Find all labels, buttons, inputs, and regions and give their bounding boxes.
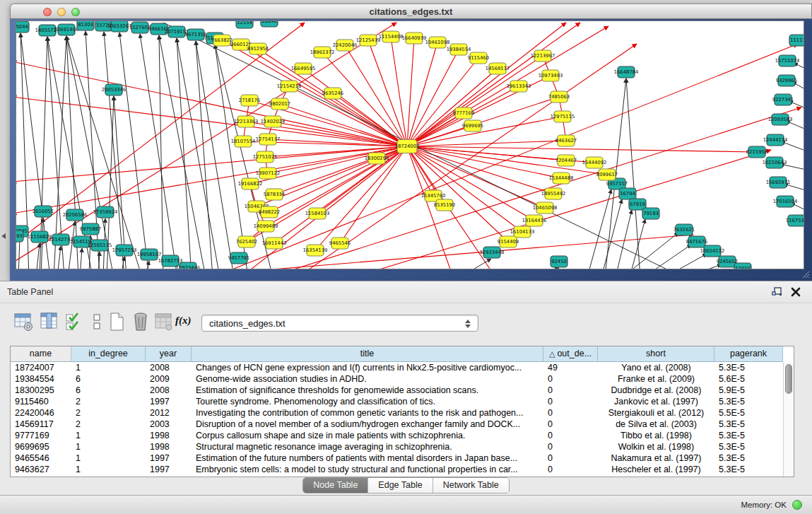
graph-node[interactable]: 12444134 xyxy=(763,134,788,146)
graph-node[interactable]: 9115460 xyxy=(468,52,489,64)
cell[interactable]: 2008 xyxy=(146,362,192,373)
cell[interactable]: Estimation of the future numbers of pati… xyxy=(192,452,543,464)
cell[interactable]: Changes of HCN gene expression and I(f) … xyxy=(192,362,543,373)
graph-node[interactable]: 15692971 xyxy=(766,177,791,188)
graph-node[interactable]: 12751021 xyxy=(253,151,278,163)
delete-icon[interactable] xyxy=(130,311,151,332)
citation-graph[interactable]: 8504414055724206914068130315723106532671… xyxy=(16,21,804,269)
graph-node[interactable]: 18724007 xyxy=(395,140,420,153)
apply-selected-icon[interactable] xyxy=(64,311,85,332)
cell[interactable]: 1998 xyxy=(146,430,192,441)
graph-node[interactable]: 20053346 xyxy=(102,84,126,95)
cell[interactable]: Nakamura et al. (1997) xyxy=(598,452,714,464)
graph-node[interactable]: 7632621 xyxy=(673,224,695,235)
graph-node[interactable]: 9227341 xyxy=(772,94,794,105)
graph-node[interactable]: 16649595 xyxy=(291,63,316,74)
graph-node[interactable]: 20206586 xyxy=(63,209,88,221)
tab-edge-table[interactable]: Edge Table xyxy=(368,478,433,493)
cell[interactable]: 5.3E-5 xyxy=(714,396,783,407)
graph-node[interactable]: 9671358 xyxy=(185,29,206,40)
graph-node[interactable]: 13907122 xyxy=(256,168,281,179)
cell[interactable]: Tibbo et al. (1998) xyxy=(598,430,714,441)
column-select-icon[interactable] xyxy=(38,311,59,332)
graph-node[interactable]: 16640939 xyxy=(402,33,427,44)
graph-node[interactable]: 8471676 xyxy=(686,236,707,247)
cell[interactable]: 1997 xyxy=(146,396,192,407)
cell[interactable]: 18300295 xyxy=(11,385,71,396)
graph-node[interactable]: 18107554 xyxy=(231,136,256,147)
cell[interactable]: Disruption of a novel member of a sodium… xyxy=(192,419,543,430)
column-header-in-degree[interactable]: in_degree xyxy=(71,346,146,362)
cell[interactable]: 18724007 xyxy=(11,362,71,373)
graph-node[interactable]: 19384554 xyxy=(447,44,471,55)
graph-node[interactable]: 79193 xyxy=(642,208,659,219)
table-row[interactable]: 2242004622012Investigating the contribut… xyxy=(11,407,783,419)
graph-node[interactable]: 11402024 xyxy=(261,116,286,127)
graph-node[interactable]: 10210643 xyxy=(763,157,787,168)
cell[interactable]: 5.6E-5 xyxy=(714,373,783,385)
graph-node[interactable]: 18961372 xyxy=(310,47,335,58)
column-header-out-de-[interactable]: △out_de... xyxy=(543,346,598,362)
table-options-icon[interactable] xyxy=(13,311,34,332)
cell[interactable]: 1 xyxy=(71,452,146,464)
graph-node[interactable]: 16794 xyxy=(619,188,636,199)
graph-node[interactable]: 9635246 xyxy=(322,88,343,99)
cell[interactable]: Jankovic et al. (1997) xyxy=(598,396,714,407)
table-row[interactable]: 977716911998Corpus callosum shape and si… xyxy=(11,430,783,441)
graph-node[interactable]: 85044 xyxy=(16,21,29,33)
graph-node[interactable]: 1167534 xyxy=(786,215,804,226)
cell[interactable]: 0 xyxy=(543,430,598,441)
graph-node[interactable]: 12154218 xyxy=(277,81,302,92)
cell[interactable]: 9465546 xyxy=(11,452,71,464)
graph-node[interactable]: 12754137 xyxy=(256,134,281,145)
graph-node[interactable]: 10973493 xyxy=(539,70,563,81)
graph-node[interactable]: 9498222 xyxy=(259,206,280,218)
cell[interactable]: Embryonic stem cells: a model to study s… xyxy=(192,464,543,475)
cell[interactable]: Hescheler et al. (1997) xyxy=(598,464,714,475)
cell[interactable]: 2 xyxy=(71,396,146,407)
graph-node[interactable]: 39193 xyxy=(16,230,23,242)
new-file-icon[interactable] xyxy=(106,311,127,332)
cell[interactable]: 0 xyxy=(543,385,598,396)
collapse-panel-arrow-icon[interactable] xyxy=(1,233,6,239)
graph-node[interactable]: 16640 xyxy=(261,21,278,27)
cell[interactable]: 9777169 xyxy=(11,430,71,441)
cell[interactable]: 1998 xyxy=(146,441,192,452)
cell[interactable]: 2009 xyxy=(146,373,192,385)
column-header-title[interactable]: title xyxy=(192,346,543,362)
graph-node[interactable]: 12154 xyxy=(236,21,253,28)
cell[interactable]: 2003 xyxy=(146,419,192,430)
cell[interactable]: 0 xyxy=(543,396,598,407)
graph-node[interactable]: 8912954 xyxy=(247,43,269,54)
graph-node[interactable]: 7485063 xyxy=(548,91,570,103)
cell[interactable]: 1 xyxy=(71,430,146,441)
graph-node[interactable]: 12975115 xyxy=(551,111,575,122)
cell[interactable]: Stergiakouli et al. (2012) xyxy=(598,407,714,419)
cell[interactable]: Corpus callosum shape and size in male p… xyxy=(192,430,543,441)
graph-node[interactable]: 19613343 xyxy=(507,81,531,92)
graph-node[interactable]: 10654112 xyxy=(700,245,725,257)
function-builder-icon[interactable]: f(x) xyxy=(175,314,196,335)
cell[interactable]: 0 xyxy=(543,419,598,430)
table-row[interactable]: 911546021997Tourette syndrome. Phenomeno… xyxy=(11,396,783,407)
graph-node[interactable]: 9465546 xyxy=(329,238,351,249)
graph-node[interactable]: 11117 xyxy=(789,35,804,46)
cell[interactable]: 0 xyxy=(543,373,598,385)
graph-node[interactable]: 9699695 xyxy=(462,120,483,132)
graph-node[interactable]: 8215958 xyxy=(746,146,767,158)
cell[interactable]: 1997 xyxy=(146,464,192,475)
graph-node[interactable]: 7663822 xyxy=(211,35,233,46)
cell[interactable]: 9115460 xyxy=(11,396,71,407)
graph-node[interactable]: 22420046 xyxy=(333,40,358,51)
row-height-icon[interactable] xyxy=(86,311,107,332)
cell[interactable]: Yano et al. (2008) xyxy=(598,362,714,373)
graph-node[interactable]: 11584103 xyxy=(305,208,330,219)
cell[interactable]: 5.3E-5 xyxy=(714,430,783,441)
graph-node[interactable]: 9463627 xyxy=(555,135,577,146)
graph-node[interactable]: 8535190 xyxy=(434,199,455,211)
cell[interactable]: 6 xyxy=(71,385,146,396)
cell[interactable]: 1997 xyxy=(146,452,192,464)
cell[interactable]: 19384554 xyxy=(11,373,71,385)
network-window-titlebar[interactable]: citations_edges.txt xyxy=(10,4,812,19)
cell[interactable]: 1 xyxy=(71,441,146,452)
